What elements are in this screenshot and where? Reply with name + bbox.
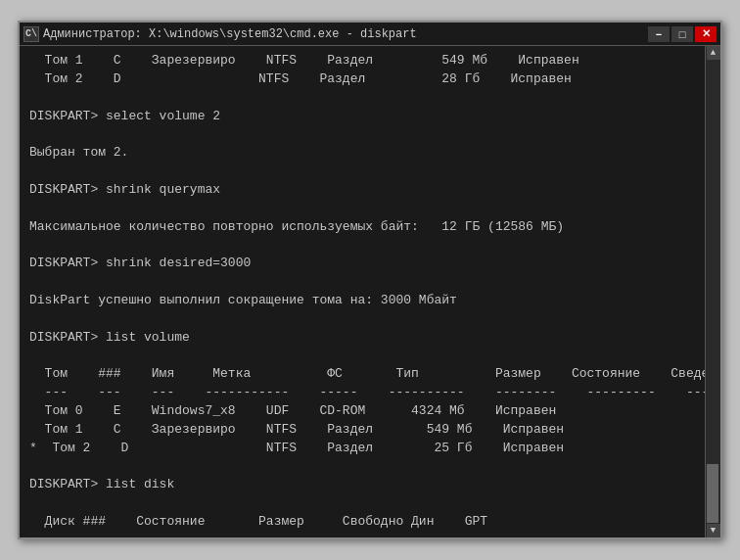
scroll-down-button[interactable]: ▼ xyxy=(707,524,720,537)
line-6: Выбран том 2. xyxy=(29,144,695,163)
cmd-window: C\ Администратор: X:\windows\system32\cm… xyxy=(18,21,722,539)
line-13 xyxy=(29,273,695,292)
titlebar: C\ Администратор: X:\windows\system32\cm… xyxy=(20,23,720,46)
line-3 xyxy=(29,89,695,108)
scroll-track[interactable] xyxy=(706,60,720,524)
maximize-button[interactable]: □ xyxy=(671,26,693,42)
disk-header: Диск ### Состояние Размер Свободно Дин G… xyxy=(29,513,695,532)
window-controls: − □ ✕ xyxy=(648,26,717,42)
terminal-output[interactable]: Том 1 C Зарезервиро NTFS Раздел 549 Мб И… xyxy=(20,46,705,537)
window-title: Администратор: X:\windows\system32\cmd.e… xyxy=(43,27,648,41)
volume-header: Том ### Имя Метка ФС Тип Размер Состояни… xyxy=(29,365,695,384)
scroll-up-button[interactable]: ▲ xyxy=(707,46,720,60)
disk-separator: -------- --------- ---------- -------- xyxy=(29,532,695,537)
line-12: DISKPART> shrink desired=3000 xyxy=(29,255,695,273)
line-8: DISKPART> shrink querymax xyxy=(29,181,695,200)
line-17 xyxy=(29,348,695,366)
content-area: Том 1 C Зарезервиро NTFS Раздел 549 Мб И… xyxy=(20,46,720,537)
line-10: Максимальное количество повторно использ… xyxy=(29,218,695,237)
line-7 xyxy=(29,163,695,181)
line-14: DiskPart успешно выполнил сокращение том… xyxy=(29,292,695,310)
line-1: Том 1 C Зарезервиро NTFS Раздел 549 Мб И… xyxy=(29,52,695,70)
close-button[interactable]: ✕ xyxy=(695,26,717,42)
line-11 xyxy=(29,236,695,255)
line-16: DISKPART> list volume xyxy=(29,329,695,348)
volume-row-2: * Том 2 D NTFS Раздел 25 Гб Исправен xyxy=(29,440,695,458)
scrollbar[interactable]: ▲ ▼ xyxy=(705,46,720,537)
line-blank-2 xyxy=(29,494,695,513)
line-5 xyxy=(29,125,695,144)
window-icon: C\ xyxy=(23,26,39,42)
line-2: Том 2 D NTFS Раздел 28 Гб Исправен xyxy=(29,70,695,89)
scroll-thumb[interactable] xyxy=(707,464,718,523)
line-blank-1 xyxy=(29,458,695,477)
volume-separator: --- --- --- ----------- ----- ----------… xyxy=(29,384,695,402)
volume-row-1: Том 1 C Зарезервиро NTFS Раздел 549 Мб И… xyxy=(29,421,695,440)
line-9 xyxy=(29,200,695,218)
volume-row-0: Том 0 E Windows7_x8 UDF CD-ROM 4324 Мб И… xyxy=(29,402,695,421)
line-4: DISKPART> select volume 2 xyxy=(29,108,695,126)
minimize-button[interactable]: − xyxy=(648,26,670,42)
line-15 xyxy=(29,310,695,329)
list-disk-cmd: DISKPART> list disk xyxy=(29,476,695,494)
